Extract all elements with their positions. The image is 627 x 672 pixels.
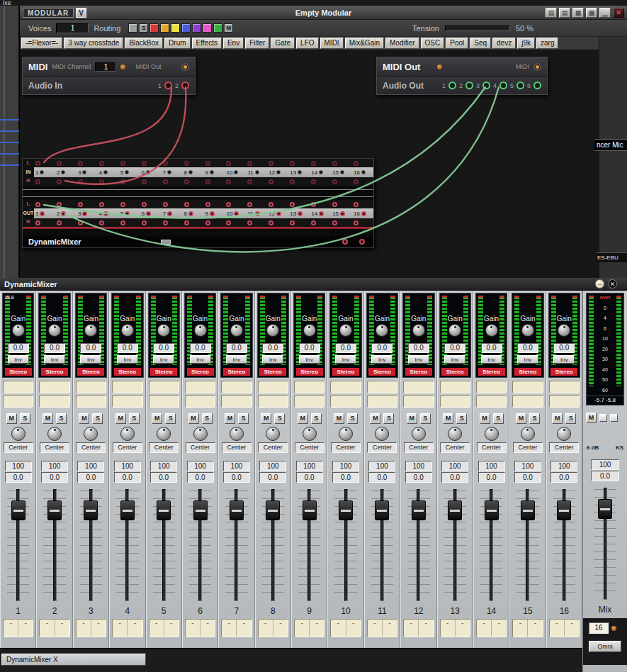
- fader-cap[interactable]: [339, 500, 353, 520]
- fader-cap[interactable]: [84, 500, 98, 520]
- mixer-out-port-dot[interactable]: [82, 211, 87, 216]
- mixer-out-port-dot[interactable]: [255, 211, 260, 216]
- volume-fader[interactable]: [514, 489, 541, 601]
- gain-value[interactable]: 0.0: [408, 343, 429, 353]
- mixer-in-left-port-dot[interactable]: [142, 161, 147, 166]
- mixer-in-port-dot[interactable]: [255, 170, 259, 174]
- volume-fader[interactable]: [478, 489, 504, 601]
- stereo-mode-badge[interactable]: Stereo: [114, 368, 141, 376]
- level-value[interactable]: 0.0: [296, 472, 323, 483]
- gain-knob[interactable]: [448, 324, 461, 337]
- volume-fader[interactable]: [41, 489, 67, 601]
- mixer-out-port[interactable]: 5: [119, 211, 140, 217]
- pan-knob[interactable]: [303, 427, 317, 441]
- master-fader-cap[interactable]: [598, 499, 612, 519]
- gain-value[interactable]: 0.0: [117, 343, 138, 353]
- gain-knob[interactable]: [84, 324, 97, 337]
- routing-swatch[interactable]: [181, 23, 191, 33]
- gain-knob[interactable]: [194, 324, 207, 337]
- mixer-in-right-port[interactable]: [331, 179, 352, 184]
- invert-button[interactable]: Inv: [481, 355, 502, 364]
- solo-button[interactable]: S: [493, 413, 504, 424]
- tab-devz[interactable]: devz: [492, 38, 516, 49]
- tab-osc[interactable]: OSC: [421, 38, 445, 49]
- mixer-in-port[interactable]: 16: [352, 169, 373, 176]
- mixer-in-right-port-dot[interactable]: [57, 179, 62, 184]
- fader-cap[interactable]: [230, 500, 244, 520]
- routing-box[interactable]: - -: [549, 619, 580, 637]
- routing-swatch[interactable]: [203, 23, 212, 33]
- level-value[interactable]: 0.0: [187, 472, 214, 483]
- mixer-in-left-port[interactable]: [162, 161, 183, 166]
- mixer-out-port-dot[interactable]: [340, 211, 345, 216]
- pan-value[interactable]: Center: [295, 442, 324, 453]
- tab-drum[interactable]: Drum: [164, 38, 190, 49]
- send-value[interactable]: 100: [259, 461, 286, 471]
- routing-swatch[interactable]: [160, 23, 169, 33]
- mixer-tab[interactable]: DynamicMixer X: [1, 654, 146, 666]
- close-button[interactable]: ✕: [608, 279, 617, 289]
- send-value[interactable]: 100: [478, 461, 505, 471]
- mixer-in-left-port[interactable]: [267, 161, 288, 166]
- mixer-in-right-port[interactable]: [246, 179, 267, 184]
- gain-knob[interactable]: [157, 324, 170, 337]
- pan-knob[interactable]: [448, 427, 462, 441]
- mixer-out-right-port[interactable]: [352, 220, 373, 225]
- pan-knob[interactable]: [120, 427, 135, 441]
- invert-button[interactable]: Inv: [335, 355, 356, 364]
- audio-out-port[interactable]: [499, 82, 507, 89]
- mute-button[interactable]: M: [261, 413, 271, 424]
- mixer-in-port-dot[interactable]: [298, 170, 302, 174]
- mixer-panel-titlebar[interactable]: DynamicMixer − ✕: [0, 278, 627, 291]
- pan-knob[interactable]: [375, 427, 389, 441]
- mixer-in-right-port-dot[interactable]: [332, 179, 337, 184]
- mixer-out-right-port[interactable]: [225, 220, 246, 225]
- mixer-in-port-dot[interactable]: [210, 170, 214, 174]
- mixer-in-left-port[interactable]: [98, 161, 119, 166]
- mixer-out-port[interactable]: 11: [246, 211, 267, 217]
- mixer-in-right-port[interactable]: [288, 179, 310, 184]
- mixer-out-left-port-dot[interactable]: [332, 202, 337, 207]
- pan-value[interactable]: Center: [4, 442, 33, 453]
- mixer-out-port[interactable]: 15: [331, 211, 352, 217]
- routing-box[interactable]: - -: [3, 619, 33, 637]
- mixer-in-left-port-dot[interactable]: [163, 161, 168, 166]
- level-value[interactable]: 0.0: [223, 472, 250, 483]
- mixer-in-left-port-dot[interactable]: [78, 161, 83, 166]
- mixer-out-right-port-dot[interactable]: [290, 220, 295, 225]
- mixer-out-port-dot[interactable]: [167, 211, 172, 216]
- gain-value[interactable]: 0.0: [517, 343, 538, 353]
- channel-count-input[interactable]: 16: [589, 622, 609, 634]
- gain-value[interactable]: 0.0: [299, 343, 320, 353]
- mixer-out-port-dot[interactable]: [61, 211, 66, 216]
- invert-button[interactable]: Inv: [408, 355, 429, 364]
- mixer-out-left-port[interactable]: [246, 202, 267, 207]
- mixer-out-left-port-dot[interactable]: [226, 202, 231, 207]
- volume-fader[interactable]: [296, 489, 322, 601]
- mixer-out-port-dot[interactable]: [210, 211, 215, 216]
- audio-in-port[interactable]: [181, 82, 189, 89]
- pan-value[interactable]: Center: [331, 442, 361, 453]
- mixer-out-right-port-dot[interactable]: [35, 220, 40, 225]
- solo-button[interactable]: S: [565, 413, 576, 424]
- mute-button[interactable]: M: [407, 413, 417, 424]
- volume-fader[interactable]: [187, 489, 213, 601]
- mixer-out-left-port-dot[interactable]: [57, 202, 62, 207]
- invert-button[interactable]: Inv: [153, 355, 174, 364]
- gain-value[interactable]: 0.0: [190, 343, 211, 353]
- routing-box[interactable]: - -: [512, 619, 543, 637]
- volume-fader[interactable]: [551, 489, 577, 601]
- master-fader[interactable]: [592, 488, 618, 600]
- gain-knob[interactable]: [12, 324, 25, 337]
- mixer-out-port[interactable]: 6: [140, 211, 162, 217]
- omni-button[interactable]: Omni: [589, 641, 621, 652]
- mute-button[interactable]: M: [115, 413, 126, 424]
- tab-midi[interactable]: MIDI: [320, 38, 344, 49]
- minimize-icon[interactable]: ▁: [599, 8, 611, 18]
- mute-button[interactable]: M: [334, 413, 344, 424]
- solo-button[interactable]: S: [311, 413, 322, 424]
- tab-lfo[interactable]: LFO: [296, 38, 318, 49]
- volume-fader[interactable]: [260, 489, 286, 601]
- mixer-out-right-port-dot[interactable]: [99, 220, 104, 225]
- mixer-out-port[interactable]: 14: [310, 211, 331, 217]
